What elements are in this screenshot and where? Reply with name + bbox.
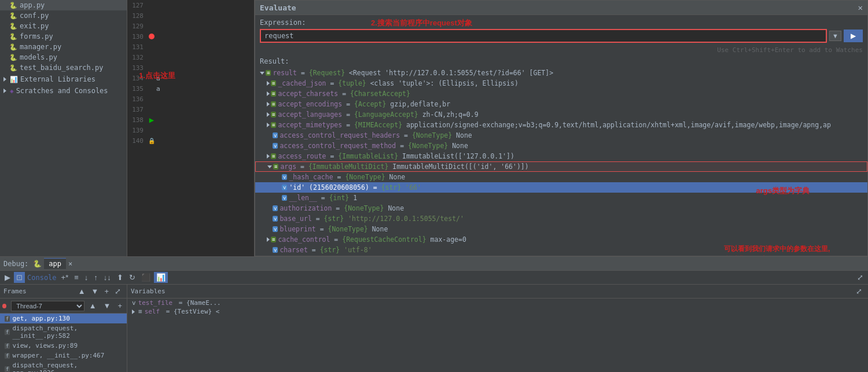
- expand-icon[interactable]: [267, 81, 270, 86]
- thread-add-button[interactable]: +: [115, 300, 124, 311]
- frame-icon: f: [5, 366, 10, 372]
- run-to-cursor[interactable]: ⬆: [115, 272, 126, 283]
- sidebar-item-test-py[interactable]: 🐍 test_baidu_search.py: [0, 62, 127, 73]
- debugger-tab-button[interactable]: ⊡: [14, 272, 25, 283]
- close-tab-button[interactable]: ×: [68, 260, 72, 268]
- tree-item-access-route[interactable]: ≡ access_route = {ImmutableList} Immutab…: [255, 151, 867, 161]
- frame-item-0[interactable]: f get, app.py:130: [0, 314, 127, 323]
- tree-item-len[interactable]: v __len__ = {int} 1: [255, 193, 867, 203]
- evaluate-button[interactable]: ↻: [127, 272, 138, 283]
- run-evaluate-button[interactable]: ▶: [844, 30, 863, 42]
- variables-expand-button[interactable]: ⤢: [854, 286, 865, 297]
- tree-item-access-control-headers[interactable]: v access_control_request_headers = {None…: [255, 130, 867, 141]
- thread-indicator: [2, 304, 6, 308]
- expand-icon[interactable]: [132, 310, 135, 314]
- tree-item-result[interactable]: ≡ result = {Request} <Request 'http://12…: [255, 68, 867, 78]
- sidebar-label: conf.py: [20, 12, 49, 20]
- expand-frames-button[interactable]: ⤢: [855, 272, 866, 283]
- frame-item-1[interactable]: f dispatch_request, __init__.py:582: [0, 323, 127, 341]
- step-over-button[interactable]: +*: [59, 272, 71, 283]
- frames-up-button[interactable]: ▲: [76, 286, 88, 297]
- sidebar-label: test_baidu_search.py: [20, 64, 104, 72]
- frame-icon: f: [5, 353, 10, 359]
- frames-expand-button[interactable]: ⤢: [112, 286, 123, 297]
- tree-item-base-url[interactable]: v base_url = {str} 'http://127.0.0.1:505…: [255, 213, 867, 224]
- frame-icon: f: [5, 316, 10, 322]
- code-line-130[interactable]: 130: [127, 31, 254, 42]
- sidebar-label: models.py: [20, 53, 57, 61]
- step-into-button[interactable]: ↓: [82, 272, 91, 283]
- tree-item-id-key[interactable]: v 'id' (2156020608056) = {str} '66': [255, 182, 867, 193]
- execution-arrow-icon: ▶: [149, 115, 154, 124]
- frame-item-4[interactable]: f dispatch_request, app.py:1936: [0, 360, 127, 372]
- sidebar-item-conf-py[interactable]: 🐍 conf.py: [0, 10, 127, 21]
- expand-icon[interactable]: [267, 154, 270, 159]
- expand-icon[interactable]: [267, 112, 270, 117]
- tree-item-accept-encodings[interactable]: ≡ accept_encodings = {Accept} gzip,defla…: [255, 99, 867, 109]
- sidebar: 🐍 app.py 🐍 conf.py 🐍 exit.py 🐍 forms.py …: [0, 0, 127, 256]
- list-type-icon: ≡: [271, 91, 276, 97]
- evaluate-close-button[interactable]: ✕: [858, 3, 863, 12]
- step-out-button[interactable]: ↑: [91, 272, 100, 283]
- resume-button[interactable]: ▶: [2, 272, 13, 283]
- tree-item-hash-cache[interactable]: v _hash_cache = {NoneType} None: [255, 172, 867, 182]
- frame-item-3[interactable]: f wrapper, __init__.py:467: [0, 351, 127, 360]
- code-line-131: 131: [127, 42, 254, 52]
- frame-item-2[interactable]: f view, views.py:89: [0, 341, 127, 351]
- sidebar-item-models-py[interactable]: 🐍 models.py: [0, 52, 127, 62]
- sidebar-section-scratches[interactable]: ◈ Scratches and Consoles: [0, 84, 127, 96]
- var-type-icon: v: [282, 185, 287, 190]
- list-type-icon: ≡: [271, 80, 276, 86]
- frames-add-button[interactable]: +: [102, 286, 111, 297]
- expression-input[interactable]: [260, 29, 827, 43]
- variables-header: Variables ⤢: [127, 285, 868, 299]
- console-tab-button[interactable]: Console: [26, 274, 58, 282]
- expand-icon[interactable]: [267, 237, 270, 242]
- sidebar-item-app-py[interactable]: 🐍 app.py: [0, 0, 127, 10]
- frames-down-button[interactable]: ▼: [89, 286, 101, 297]
- sidebar-item-exit-py[interactable]: 🐍 exit.py: [0, 21, 127, 31]
- tree-item-content-encoding[interactable]: v content_encoding = {NoneType} None: [255, 255, 867, 256]
- tree-item-accept-mimetypes[interactable]: ≡ accept_mimetypes = {MIMEAccept} applic…: [255, 120, 867, 130]
- sidebar-label: Scratches and Consoles: [16, 87, 108, 95]
- stop-button[interactable]: ⬛: [139, 272, 153, 283]
- debug-header: Debug: 🐍 app ×: [0, 257, 868, 271]
- watches-button[interactable]: 📊: [154, 272, 168, 283]
- expand-icon[interactable]: [260, 72, 264, 75]
- expand-icon[interactable]: [267, 165, 272, 168]
- py-file-icon: 🐍: [9, 23, 17, 30]
- expand-icon[interactable]: [267, 102, 270, 106]
- tree-item-authorization[interactable]: v authorization = {NoneType} None: [255, 203, 867, 213]
- tree-item-cached-json[interactable]: ≡ _cached_json = {tuple} <class 'tuple'>…: [255, 78, 867, 89]
- tree-item-blueprint[interactable]: v blueprint = {NoneType} None: [255, 224, 867, 234]
- sidebar-item-forms-py[interactable]: 🐍 forms.py: [0, 31, 127, 42]
- evaluate-panel: Evaluate ✕ 2.搜索当前程序中request对象 Expression…: [255, 0, 868, 256]
- var-row-self[interactable]: ≡ self = {TestView} <: [127, 307, 868, 316]
- tree-item-accept-languages[interactable]: ≡ accept_languages = {LanguageAccept} zh…: [255, 109, 867, 120]
- code-line-140: 140 🔒: [127, 135, 254, 146]
- list-type-icon: ≡: [138, 308, 142, 315]
- thread-select[interactable]: Thread-7: [11, 301, 84, 311]
- expand-icon[interactable]: [267, 91, 270, 96]
- sidebar-section-external-libraries[interactable]: 📊 External Libraries: [0, 73, 127, 84]
- thread-up-button[interactable]: ▲: [87, 300, 99, 311]
- sidebar-label: External Libraries: [20, 75, 95, 83]
- smart-step-into[interactable]: ↓↓: [101, 272, 113, 283]
- expression-input-row: ▼ ▶: [255, 28, 867, 45]
- expand-icon[interactable]: [267, 123, 270, 127]
- tree-item-args[interactable]: ≡ args = {ImmutableMultiDict} ImmutableM…: [255, 161, 867, 172]
- thread-down-button[interactable]: ▼: [101, 300, 113, 311]
- tree-item-accept-charsets[interactable]: ≡ accept_charsets = {CharsetAccept}: [255, 89, 867, 99]
- debug-tab-app[interactable]: app: [44, 258, 66, 269]
- expression-label: Expression:: [255, 15, 867, 28]
- tree-item-cache-control[interactable]: ≡ cache_control = {RequestCacheControl} …: [255, 234, 867, 245]
- tree-item-charset[interactable]: v charset = {str} 'utf-8': [255, 245, 867, 255]
- tree-item-access-control-method[interactable]: v access_control_request_method = {NoneT…: [255, 141, 867, 151]
- var-row-test-file[interactable]: v test_file = {NameE...: [127, 299, 868, 307]
- frames-panel: Frames ▲ ▼ + ⤢ Thread-7 ▲ ▼: [0, 285, 127, 372]
- expand-expression-button[interactable]: ▼: [829, 31, 841, 41]
- sidebar-item-manager-py[interactable]: 🐍 manager.py: [0, 42, 127, 52]
- frames-button[interactable]: ≡: [72, 272, 81, 283]
- var-type-icon: v: [273, 132, 278, 138]
- var-type-icon: v: [273, 247, 278, 253]
